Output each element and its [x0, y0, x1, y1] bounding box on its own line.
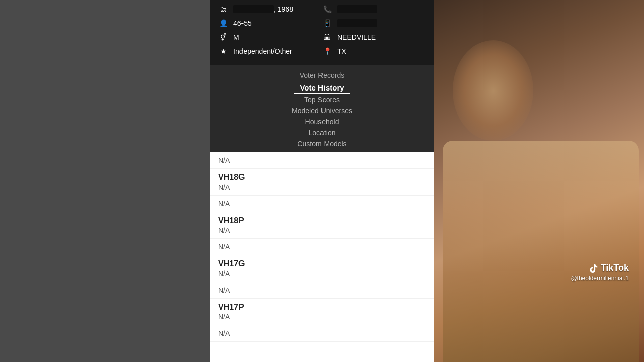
party-value: Independent/Other	[233, 47, 292, 55]
list-item: N/A	[210, 239, 434, 255]
phone-icon: 📞	[322, 5, 332, 13]
age-icon: 👤	[218, 19, 228, 27]
age-row: 👤 46-55	[218, 19, 322, 27]
list-item: N/A	[210, 152, 434, 169]
birth-year-row: 🗂 , 1968	[218, 5, 322, 13]
tiktok-logo-text: TikTok	[601, 263, 629, 274]
vote-value-vh18g: N/A	[218, 183, 426, 191]
mobile-value	[337, 19, 377, 27]
gender-row: ⚥ M	[218, 33, 322, 41]
info-card: 🗂 , 1968 👤 46-55 ⚥ M ★ Independent/Other	[210, 0, 434, 65]
vote-value-7: N/A	[218, 286, 426, 294]
tiktok-icon	[589, 263, 599, 274]
list-item: N/A	[210, 325, 434, 342]
tab-modeled-universes[interactable]: Modeled Universes	[210, 105, 434, 116]
birth-year-value: , 1968	[233, 5, 293, 13]
tab-household[interactable]: Household	[210, 116, 434, 127]
tiktok-handle: @theoldermillennial.1	[571, 275, 629, 282]
gender-value: M	[233, 33, 239, 41]
city-row: 🏛 NEEDVILLE	[322, 33, 426, 41]
party-icon: ★	[218, 47, 228, 55]
state-value: TX	[337, 47, 346, 55]
gender-icon: ⚥	[218, 33, 228, 41]
vote-value-1: N/A	[218, 156, 426, 164]
tab-voter-records[interactable]: Voter Records	[210, 69, 434, 81]
video-background	[433, 0, 644, 362]
tiktok-watermark: TikTok @theoldermillennial.1	[571, 263, 629, 282]
vote-value-3: N/A	[218, 200, 426, 208]
list-item: VH18P N/A	[210, 212, 434, 239]
phone-value	[337, 5, 377, 13]
folder-icon: 🗂	[218, 5, 228, 13]
tab-custom-models[interactable]: Custom Models	[210, 138, 434, 149]
vote-history-content: N/A VH18G N/A N/A VH18P N/A N/A VH17G N/…	[210, 152, 434, 362]
tab-top-scores[interactable]: Top Scores	[210, 94, 434, 105]
list-item: N/A	[210, 282, 434, 299]
phone-row: 📞	[322, 5, 426, 13]
state-icon: 📍	[322, 47, 332, 55]
vote-value-vh17p: N/A	[218, 313, 426, 321]
vote-label-vh17g: VH17G	[218, 259, 426, 268]
list-item: VH18G N/A	[210, 169, 434, 196]
vote-value-vh18p: N/A	[218, 226, 426, 234]
background-left	[0, 0, 210, 362]
age-value: 46-55	[233, 19, 252, 27]
vote-value-5: N/A	[218, 243, 426, 251]
city-icon: 🏛	[322, 33, 332, 41]
tab-vote-history[interactable]: Vote History	[294, 81, 350, 94]
vote-label-vh18p: VH18P	[218, 216, 426, 225]
center-panel: 🗂 , 1968 👤 46-55 ⚥ M ★ Independent/Other	[210, 0, 434, 362]
state-row: 📍 TX	[322, 47, 426, 55]
mobile-icon: 📱	[322, 19, 332, 27]
vote-value-vh17g: N/A	[218, 269, 426, 278]
mobile-row: 📱	[322, 19, 426, 27]
vote-label-vh18g: VH18G	[218, 173, 426, 182]
navigation-tabs: Voter Records Vote History Top Scores Mo…	[210, 65, 434, 152]
tab-location[interactable]: Location	[210, 127, 434, 138]
vote-value-9: N/A	[218, 329, 426, 337]
list-item: VH17G N/A	[210, 255, 434, 282]
party-row: ★ Independent/Other	[218, 47, 322, 55]
tiktok-logo: TikTok	[571, 263, 629, 274]
vote-label-vh17p: VH17P	[218, 303, 426, 312]
list-item: VH17P N/A	[210, 299, 434, 325]
list-item: N/A	[210, 196, 434, 212]
city-value: NEEDVILLE	[337, 33, 376, 41]
